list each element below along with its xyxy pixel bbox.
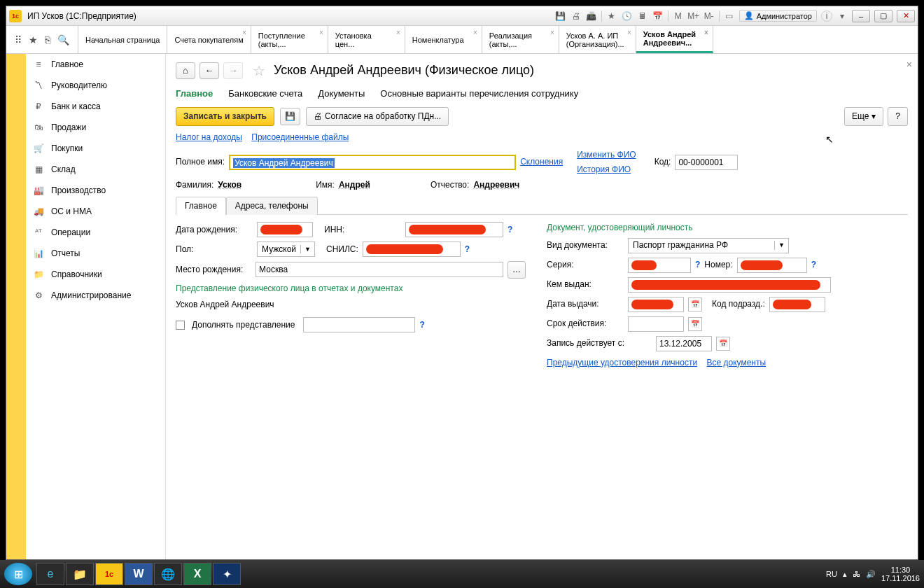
tab-close-icon[interactable]: × xyxy=(242,29,246,36)
calendar-icon[interactable]: 📅 xyxy=(716,337,730,351)
sidebar-item-reports[interactable]: 📊Отчеты xyxy=(26,243,165,264)
taskbar-app[interactable]: ✦ xyxy=(213,563,241,585)
calc2-icon[interactable]: 🖩 xyxy=(637,10,648,22)
valid-input[interactable] xyxy=(628,316,684,332)
more-button[interactable]: Еще ▾ xyxy=(844,107,883,126)
snils-input[interactable] xyxy=(363,241,461,257)
mminus-icon[interactable]: M- xyxy=(704,10,715,22)
m-icon[interactable]: M xyxy=(673,10,684,22)
tab-close-icon[interactable]: × xyxy=(319,29,323,36)
extend-repr-input[interactable] xyxy=(303,317,415,332)
sidebar-item-production[interactable]: 🏭Производство xyxy=(26,180,165,201)
series-input[interactable] xyxy=(628,258,691,273)
calendar-icon[interactable]: 📅 xyxy=(652,10,664,22)
admin-button[interactable]: 👤Администратор xyxy=(739,10,817,22)
sidebar-item-sales[interactable]: 🛍Продажи xyxy=(26,117,165,138)
taskbar-1c[interactable]: 1c xyxy=(95,563,123,585)
prev-docs-link[interactable]: Предыдущие удостоверения личности xyxy=(547,358,697,368)
tray-sound-icon[interactable]: 🔊 xyxy=(866,570,876,579)
extend-repr-checkbox[interactable] xyxy=(176,321,185,330)
all-docs-link[interactable]: Все документы xyxy=(706,358,766,368)
tab-start[interactable]: Начальная страница xyxy=(78,26,167,53)
home-button[interactable]: ⌂ xyxy=(176,62,195,79)
clock-icon[interactable]: 🕓 xyxy=(622,10,633,22)
tab-close-icon[interactable]: × xyxy=(550,29,554,36)
apps-icon[interactable]: ⠿ xyxy=(15,34,22,46)
subtab-docs[interactable]: Документы xyxy=(318,88,365,100)
help-button[interactable]: ? xyxy=(888,107,908,126)
fullname-input[interactable]: Усков Андрей Андреевич xyxy=(229,155,516,170)
save-close-button[interactable]: Записать и закрыть xyxy=(176,107,274,126)
help-icon[interactable]: ? xyxy=(419,319,424,331)
help-icon[interactable]: ? xyxy=(695,259,700,271)
taskbar-ie[interactable]: e xyxy=(36,563,64,585)
start-button[interactable]: ⊞ xyxy=(4,563,32,585)
dropdown-icon[interactable]: ▾ xyxy=(836,10,848,22)
subtab-main[interactable]: Главное xyxy=(176,88,213,100)
tab-receipt[interactable]: Поступление(акты,...× xyxy=(251,26,328,53)
sidebar-item-operations[interactable]: ᴬᵀОперации xyxy=(26,222,165,243)
close-button[interactable]: ✕ xyxy=(897,10,915,22)
birthplace-input[interactable] xyxy=(255,262,503,277)
tab-prices[interactable]: Установкацен...× xyxy=(328,26,405,53)
issue-date-input[interactable] xyxy=(628,297,684,312)
back-button[interactable]: ← xyxy=(200,62,219,79)
mplus-icon[interactable]: M+ xyxy=(688,10,699,22)
page-close-icon[interactable]: × xyxy=(906,58,912,72)
effective-input[interactable] xyxy=(656,336,712,351)
inn-input[interactable] xyxy=(405,222,503,237)
code-input[interactable] xyxy=(675,155,738,170)
tab-nomenclature[interactable]: Номенклатура× xyxy=(405,26,482,53)
calendar-icon[interactable]: 📅 xyxy=(688,317,702,331)
tax-link[interactable]: Налог на доходы xyxy=(176,132,242,142)
fav-icon[interactable]: ★ xyxy=(29,34,38,46)
sidebar-item-main[interactable]: ≡Главное xyxy=(26,54,165,75)
forward-button[interactable]: → xyxy=(223,62,243,79)
star-icon[interactable]: ★ xyxy=(606,10,617,22)
tray-flag-icon[interactable]: ▴ xyxy=(843,570,847,579)
sidebar-item-purchases[interactable]: 🛒Покупки xyxy=(26,138,165,159)
help-icon[interactable]: ? xyxy=(465,244,470,255)
taskbar-word[interactable]: W xyxy=(125,563,153,585)
tab-person[interactable]: Усков АндрейАндреевич...× xyxy=(636,26,713,53)
number-input[interactable] xyxy=(737,258,807,273)
calendar-icon[interactable]: 📅 xyxy=(688,298,702,312)
tab-org[interactable]: Усков А. А. ИП(Организация)...× xyxy=(559,26,636,53)
sex-select[interactable]: Мужской▼ xyxy=(257,241,315,257)
issued-by-input[interactable] xyxy=(628,277,831,293)
tray-lang[interactable]: RU xyxy=(826,570,837,578)
search-icon[interactable]: 🔍 xyxy=(57,34,69,46)
dob-input[interactable] xyxy=(257,222,313,237)
save-button[interactable]: 💾 xyxy=(280,108,300,125)
tab-invoices[interactable]: Счета покупателям× xyxy=(167,26,251,53)
save-icon[interactable]: 💾 xyxy=(555,10,566,22)
doctype-select[interactable]: Паспорт гражданина РФ▼ xyxy=(628,238,789,253)
taskbar-explorer[interactable]: 📁 xyxy=(66,563,94,585)
declension-link[interactable]: Склонения xyxy=(520,156,563,168)
tab2-main[interactable]: Главное xyxy=(176,197,226,215)
tab-close-icon[interactable]: × xyxy=(704,29,708,36)
subtab-bank[interactable]: Банковские счета xyxy=(228,88,302,100)
tray-clock[interactable]: 11:30 17.11.2016 xyxy=(881,566,920,582)
nav-icon[interactable]: ⎘ xyxy=(45,34,50,46)
sidebar-item-catalogs[interactable]: 📁Справочники xyxy=(26,264,165,285)
star-outline-icon[interactable]: ☆ xyxy=(253,61,265,80)
sidebar-item-warehouse[interactable]: ▦Склад xyxy=(26,159,165,180)
sidebar-item-admin[interactable]: ⚙Администрирование xyxy=(26,285,165,306)
lookup-button[interactable]: … xyxy=(507,261,526,279)
sidebar-item-manager[interactable]: 〽Руководителю xyxy=(26,75,165,96)
minimize-button[interactable]: – xyxy=(852,10,870,22)
tab2-addresses[interactable]: Адреса, телефоны xyxy=(226,197,318,215)
tab-close-icon[interactable]: × xyxy=(396,29,400,36)
calc-icon[interactable]: 📠 xyxy=(586,10,597,22)
maximize-button[interactable]: ▢ xyxy=(874,10,892,22)
help-icon[interactable]: ? xyxy=(811,259,816,271)
tab-realization[interactable]: Реализация(акты,...× xyxy=(482,26,559,53)
taskbar-excel[interactable]: X xyxy=(183,563,211,585)
dept-code-input[interactable] xyxy=(769,297,825,312)
sidebar-item-bank[interactable]: ₽Банк и касса xyxy=(26,96,165,117)
info-icon[interactable]: i xyxy=(821,10,832,22)
tray-network-icon[interactable]: 🖧 xyxy=(853,570,860,578)
help-icon[interactable]: ? xyxy=(507,224,512,236)
files-link[interactable]: Присоединенные файлы xyxy=(251,132,349,142)
